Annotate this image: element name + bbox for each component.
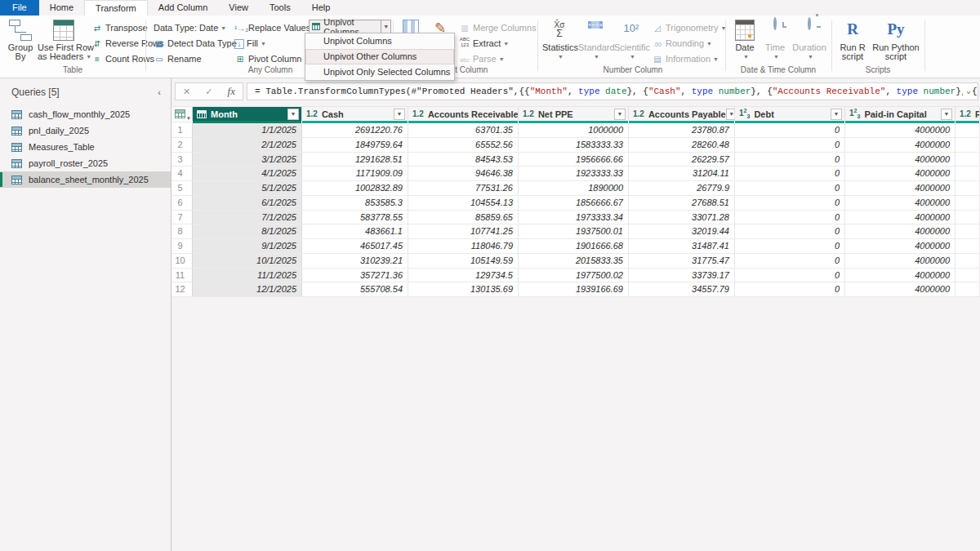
cell[interactable]: 94646.38: [408, 167, 519, 180]
cell[interactable]: 465017.45: [302, 239, 408, 253]
cell[interactable]: 9/1/2025: [193, 239, 302, 253]
query-item-cash_flow_monthly_2025[interactable]: cash_flow_monthly_2025: [0, 106, 171, 122]
cell[interactable]: 27688.51: [629, 196, 735, 210]
select-all-corner[interactable]: ▼: [172, 106, 193, 121]
cell[interactable]: 0: [735, 254, 845, 268]
cell[interactable]: 23780.87: [629, 123, 735, 137]
cell[interactable]: 4000000: [845, 123, 956, 137]
cell[interactable]: 1956666.66: [519, 153, 629, 167]
cell[interactable]: 1923333.33: [519, 167, 629, 180]
cell[interactable]: 0: [735, 167, 845, 180]
pivot-column-button[interactable]: ⊞Pivot Column: [234, 52, 301, 65]
tab-help[interactable]: Help: [301, 0, 341, 16]
formula-input[interactable]: = Table.TransformColumnTypes(#"Promoted …: [247, 82, 978, 100]
filter-dropdown-icon[interactable]: ▼: [287, 109, 299, 120]
cell[interactable]: 85859.65: [408, 211, 519, 224]
column-header-month[interactable]: Month▼: [193, 106, 302, 121]
cell[interactable]: 26229.57: [629, 153, 735, 167]
cell[interactable]: [956, 181, 980, 195]
row-number[interactable]: 4: [172, 167, 193, 180]
column-header-accounts-receivable[interactable]: 1.2Accounts Receivable▼: [408, 106, 519, 121]
cell[interactable]: 33739.17: [629, 269, 735, 282]
cell[interactable]: [956, 239, 980, 253]
row-number[interactable]: 3: [172, 153, 193, 167]
cell[interactable]: 84543.53: [408, 153, 519, 167]
cell[interactable]: 77531.26: [408, 181, 519, 195]
filter-dropdown-icon[interactable]: ▼: [614, 109, 626, 120]
cell[interactable]: 357271.36: [302, 269, 408, 282]
commit-icon[interactable]: ✓: [205, 87, 212, 97]
cell[interactable]: 4000000: [845, 153, 956, 167]
query-item-Measures_Table[interactable]: Measures_Table: [0, 139, 171, 155]
menu-item-unpivot-other-columns[interactable]: Unpivot Other Columns: [305, 49, 454, 64]
cell[interactable]: 31487.41: [629, 239, 735, 253]
cell[interactable]: 1583333.33: [519, 138, 629, 152]
cell[interactable]: 4000000: [845, 224, 956, 238]
group-by-button[interactable]: Group By: [5, 19, 36, 64]
query-item-balance_sheet_monthly_2025[interactable]: balance_sheet_monthly_2025: [0, 171, 171, 188]
run-r-script-button[interactable]: R Run R script: [835, 19, 871, 64]
row-number[interactable]: 7: [172, 211, 193, 224]
cell[interactable]: 1856666.67: [519, 196, 629, 210]
row-number[interactable]: 2: [172, 138, 193, 152]
rounding-button[interactable]: .00Rounding▼: [652, 37, 712, 50]
statistics-button[interactable]: X̄σΣ Statistics ▼: [542, 19, 577, 64]
cell[interactable]: 107741.25: [408, 224, 519, 238]
detect-data-type-button[interactable]: ▦Detect Data Type: [154, 37, 237, 50]
cell[interactable]: 129734.5: [408, 269, 519, 282]
menu-item-unpivot-columns[interactable]: Unpivot Columns: [305, 33, 454, 49]
cell[interactable]: 34557.79: [629, 282, 735, 296]
cell[interactable]: 105149.59: [408, 254, 519, 268]
query-item-pnl_daily_2025[interactable]: pnl_daily_2025: [0, 122, 171, 139]
cell[interactable]: 1171909.09: [302, 167, 408, 180]
column-header-accounts-payable[interactable]: 1.2Accounts Payable▼: [629, 106, 735, 121]
use-first-row-button[interactable]: Use First Row as Headers▼: [38, 19, 90, 64]
formula-expand-icon[interactable]: ⌄: [963, 83, 971, 100]
cell[interactable]: 3/1/2025: [193, 153, 302, 167]
cancel-icon[interactable]: ✕: [183, 87, 190, 97]
row-number[interactable]: 1: [172, 123, 193, 137]
cell[interactable]: 2015833.35: [519, 254, 629, 268]
unpivot-columns-button[interactable]: Unpivot Columns ▼: [309, 20, 391, 33]
column-header-net-ppe[interactable]: 1.2Net PPE▼: [519, 106, 629, 121]
date-button[interactable]: Date ▼: [730, 19, 760, 64]
menu-item-unpivot-only-selected-columns[interactable]: Unpivot Only Selected Columns: [305, 64, 454, 80]
cell[interactable]: 4000000: [845, 196, 956, 210]
cell[interactable]: 0: [735, 211, 845, 224]
tab-transform[interactable]: Transform: [84, 0, 148, 16]
cell[interactable]: 1939166.69: [519, 282, 629, 296]
cell[interactable]: 4000000: [845, 211, 956, 224]
cell[interactable]: 4/1/2025: [193, 167, 302, 180]
filter-dropdown-icon[interactable]: ▼: [831, 109, 842, 120]
cell[interactable]: 0: [735, 138, 845, 152]
extract-button[interactable]: ABC123Extract▼: [459, 37, 509, 50]
column-header-debt[interactable]: 123Debt▼: [735, 106, 845, 121]
cell[interactable]: 1002832.89: [302, 181, 408, 195]
cell[interactable]: 31204.11: [629, 167, 735, 180]
duration-button[interactable]: Duration ▼: [791, 19, 828, 64]
cell[interactable]: 7/1/2025: [193, 211, 302, 224]
transpose-button[interactable]: ⇄Transpose: [91, 21, 148, 34]
data-type-button[interactable]: Data Type: Date▼: [154, 21, 226, 34]
cell[interactable]: 1291628.51: [302, 153, 408, 167]
cell[interactable]: [956, 196, 980, 210]
cell[interactable]: 0: [735, 196, 845, 210]
row-number[interactable]: 8: [172, 224, 193, 238]
standard-button[interactable]: +−÷× Standard ▼: [578, 19, 612, 64]
tab-view[interactable]: View: [218, 0, 259, 16]
row-number[interactable]: 12: [172, 282, 193, 296]
row-number[interactable]: 10: [172, 254, 193, 268]
cell[interactable]: 4000000: [845, 181, 956, 195]
cell[interactable]: 583778.55: [302, 211, 408, 224]
cell[interactable]: 1/1/2025: [193, 123, 302, 137]
information-button[interactable]: ▤Information▼: [652, 52, 719, 65]
tab-file[interactable]: File: [0, 0, 39, 16]
parse-button[interactable]: abcParse▼: [459, 52, 505, 65]
cell[interactable]: 28260.48: [629, 138, 735, 152]
cell[interactable]: 118046.79: [408, 239, 519, 253]
cell[interactable]: 8/1/2025: [193, 224, 302, 238]
rename-button[interactable]: ▭Rename: [154, 52, 202, 65]
cell[interactable]: 0: [735, 123, 845, 137]
tab-tools[interactable]: Tools: [259, 0, 301, 16]
cell[interactable]: 0: [735, 224, 845, 238]
